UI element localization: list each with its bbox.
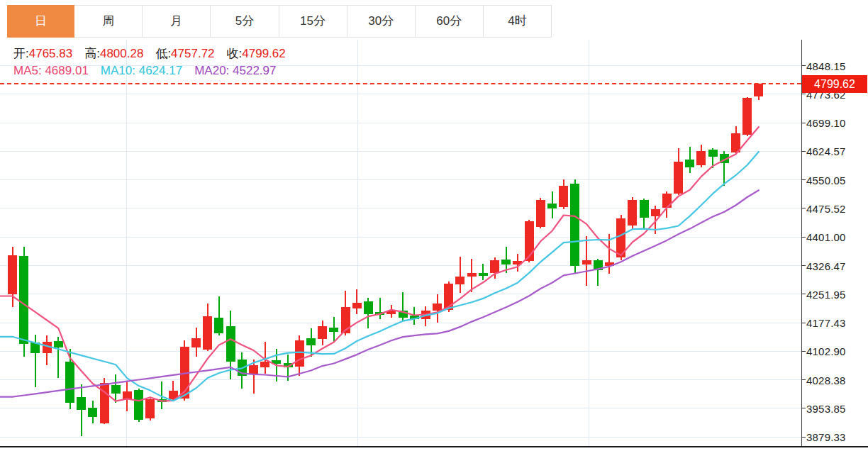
ohlc-item-value: 4799.62 [242, 47, 285, 60]
ohlc-item-value: 4757.72 [171, 47, 214, 60]
candle-body [513, 261, 522, 265]
candle-wick [276, 349, 277, 382]
y-axis-tick [801, 151, 806, 152]
ma-legend-item: MA20: 4522.97 [194, 64, 276, 77]
y-axis-label: 4848.15 [806, 60, 846, 72]
candle-body [467, 273, 477, 277]
ohlc-item-label: 低: [155, 47, 171, 60]
candle-body [111, 385, 121, 394]
y-axis-tick [801, 179, 806, 180]
candle-wick [161, 382, 162, 409]
candle-wick [460, 257, 461, 293]
horizontal-gridline [0, 323, 801, 323]
candle-body [640, 200, 649, 218]
candle-body [238, 360, 247, 376]
ohlc-legend: 开:4765.83高:4800.28低:4757.72收:4799.62 [13, 45, 298, 62]
candle-body [352, 303, 362, 308]
candle-wick [287, 355, 289, 381]
candle-wick [81, 384, 82, 436]
candle-body [651, 209, 660, 216]
y-axis-line [801, 40, 802, 447]
candle-body [364, 301, 373, 314]
candle-body [754, 84, 763, 96]
y-axis-tick [801, 408, 806, 408]
candle-wick [356, 289, 357, 314]
candle-body [490, 260, 499, 273]
candle-body [19, 256, 28, 344]
candle-body [306, 338, 316, 345]
horizontal-gridline [0, 94, 801, 94]
candle-body [479, 273, 488, 276]
ohlc-item: 开:4765.83 [13, 47, 72, 60]
candle-body [594, 260, 603, 270]
horizontal-gridline [0, 379, 801, 380]
candle-body [444, 284, 453, 310]
horizontal-gridline [0, 237, 801, 238]
y-axis-label: 4326.47 [806, 260, 846, 272]
ma5-line [0, 127, 759, 401]
candle-body [742, 98, 752, 135]
ohlc-item: 收:4799.62 [227, 47, 286, 60]
candle-body [318, 326, 327, 339]
candle-body [662, 194, 672, 208]
candle-body [272, 360, 281, 364]
ohlc-item: 高:4800.28 [84, 47, 143, 60]
ohlc-item-value: 4800.28 [100, 47, 143, 60]
ma-legend: MA5: 4689.01MA10: 4624.17MA20: 4522.97 [13, 64, 288, 78]
ma-legend-item: MA10: 4624.17 [101, 64, 182, 77]
candle-body [8, 255, 17, 294]
candle-body [30, 343, 40, 353]
candle-body [214, 318, 223, 333]
ohlc-item-label: 收: [227, 47, 243, 60]
candle-body [628, 200, 637, 226]
y-axis-tick [801, 379, 806, 380]
y-axis-tick [801, 208, 806, 208]
candle-body [536, 200, 545, 227]
y-axis-label: 4177.43 [806, 317, 846, 329]
candle-body [605, 262, 614, 266]
candle-body [421, 311, 430, 319]
candle-body [455, 277, 464, 284]
y-axis-label: 4028.38 [806, 374, 846, 386]
ohlc-item-label: 开: [13, 47, 29, 60]
candle-body [203, 316, 212, 350]
candle-body [386, 311, 396, 314]
candle-wick [608, 234, 610, 274]
candle-body [559, 186, 568, 207]
y-axis-label: 3953.85 [806, 402, 846, 414]
candle-body [399, 311, 408, 318]
candle-body [570, 184, 579, 266]
y-axis-tick [801, 237, 806, 238]
y-axis-tick [801, 437, 806, 438]
candle-body [43, 342, 52, 353]
candle-body [375, 312, 384, 315]
candle-body [433, 304, 442, 311]
horizontal-gridline [0, 408, 801, 408]
horizontal-gridline [0, 437, 801, 438]
candle-body [410, 316, 419, 319]
last-price-tag: 4799.62 [802, 75, 867, 93]
candle-body [731, 133, 740, 152]
candle-body [249, 365, 258, 374]
last-price-dashed-line [0, 83, 801, 84]
candle-body [674, 162, 683, 194]
candle-body [696, 151, 706, 165]
candle-wick [265, 342, 266, 374]
candle-body [226, 326, 235, 362]
candle-body [284, 363, 293, 367]
candle-body [123, 391, 132, 399]
candle-body [54, 341, 63, 347]
y-axis-label: 4401.00 [806, 231, 846, 243]
candle-body [329, 328, 338, 332]
ma10-line [0, 152, 759, 401]
candle-body [616, 218, 625, 257]
candle-body [180, 347, 189, 399]
candle-body [547, 204, 557, 208]
y-axis-tick [801, 351, 806, 352]
ohlc-item-label: 高: [84, 47, 100, 60]
candle-body [65, 362, 74, 403]
y-axis-tick [801, 65, 806, 66]
candle-body [145, 399, 155, 418]
horizontal-gridline [0, 151, 801, 152]
candle-body [77, 397, 86, 410]
